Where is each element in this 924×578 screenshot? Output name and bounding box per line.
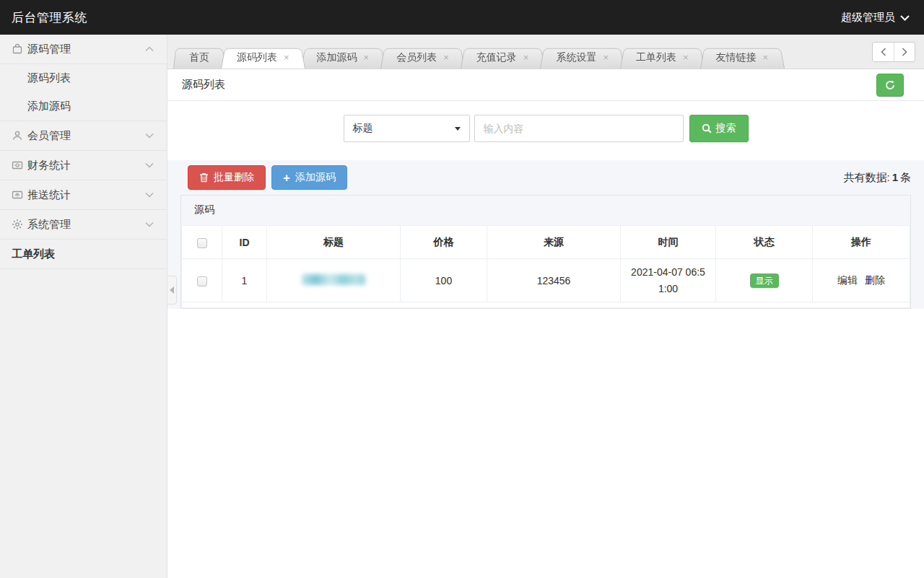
column-header-status: 状态 — [716, 226, 813, 259]
search-button-label: 搜索 — [716, 122, 736, 135]
refresh-icon — [884, 79, 896, 91]
tab-scroll-left-button[interactable] — [873, 43, 894, 61]
search-section: 标题 搜索 — [167, 101, 924, 160]
sidebar-subitem-label: 添加源码 — [27, 100, 71, 113]
close-icon[interactable]: × — [523, 53, 529, 62]
sidebar-item-system-mgmt[interactable]: 系统管理 — [0, 210, 167, 240]
search-button[interactable]: 搜索 — [689, 115, 749, 142]
record-count-suffix: 条 — [900, 171, 911, 183]
sidebar-collapse-handle[interactable] — [167, 276, 177, 305]
bag-icon — [12, 43, 27, 55]
main-content: 首页 源码列表 × 添加源码 × 会员列表 × 充值记录 × — [167, 35, 924, 578]
close-icon[interactable]: × — [763, 53, 769, 62]
row-actions: 编辑 删除 — [837, 274, 885, 287]
chevron-down-icon — [145, 133, 154, 139]
sidebar-subitem-add-source[interactable]: 添加源码 — [0, 92, 167, 121]
column-header-actions: 操作 — [813, 226, 910, 259]
add-source-button[interactable]: + 添加源码 — [271, 165, 347, 190]
sidebar-item-label: 会员管理 — [27, 129, 145, 143]
sidebar-item-label: 财务统计 — [27, 159, 145, 172]
user-menu[interactable]: 超级管理员 — [841, 11, 910, 25]
refresh-button[interactable] — [876, 74, 904, 97]
sidebar-item-label: 源码管理 — [27, 43, 145, 56]
add-source-label: 添加源码 — [295, 171, 336, 184]
chevron-down-icon — [900, 14, 910, 21]
column-header-price: 价格 — [401, 226, 487, 259]
page-title: 源码列表 — [182, 78, 225, 92]
user-name: 超级管理员 — [841, 11, 895, 25]
search-field-select[interactable]: 标题 — [344, 115, 470, 142]
source-table: ID 标题 价格 来源 时间 状态 操作 1 — [181, 225, 910, 308]
gear-icon — [12, 219, 27, 230]
header-checkbox-cell — [182, 226, 222, 259]
sidebar-item-label: 推送统计 — [27, 188, 145, 202]
batch-delete-label: 批量删除 — [214, 171, 254, 184]
sidebar-item-work-orders[interactable]: 工单列表 — [0, 240, 167, 269]
tab-label: 首页 — [189, 51, 209, 64]
sidebar-item-push-stats[interactable]: 推送统计 — [0, 180, 167, 210]
sidebar-subitem-label: 源码列表 — [27, 71, 71, 85]
search-input[interactable] — [474, 115, 684, 142]
tabs: 首页 源码列表 × 添加源码 × 会员列表 × 充值记录 × — [173, 35, 865, 69]
table-row: 1 100 123456 2021-04-07 06:51:00 显示 编辑 删… — [182, 259, 910, 302]
delete-link[interactable]: 删除 — [865, 274, 885, 287]
tab-add-source[interactable]: 添加源码 × — [301, 46, 385, 69]
trash-icon — [199, 172, 209, 183]
select-all-checkbox[interactable] — [197, 238, 207, 248]
content-empty-area — [167, 309, 924, 578]
table-toolbar: 批量删除 + 添加源码 共有数据:1条 — [180, 160, 911, 195]
search-field-selected: 标题 — [353, 122, 373, 135]
tab-source-list[interactable]: 源码列表 × — [221, 46, 305, 69]
status-badge[interactable]: 显示 — [750, 273, 779, 288]
edit-link[interactable]: 编辑 — [837, 274, 858, 287]
cell-source: 123456 — [487, 259, 621, 302]
column-header-id: ID — [222, 226, 267, 259]
sidebar-subitem-source-list[interactable]: 源码列表 — [0, 64, 167, 92]
cell-id: 1 — [222, 259, 267, 302]
triangle-left-icon — [170, 286, 174, 294]
tab-home[interactable]: 首页 — [173, 46, 225, 69]
record-count: 共有数据:1条 — [843, 171, 911, 185]
top-header: 后台管理系统 超级管理员 — [0, 0, 924, 35]
cell-title-blurred[interactable] — [302, 274, 365, 285]
page-title-bar: 源码列表 — [167, 69, 924, 101]
tab-recharge-records[interactable]: 充值记录 × — [461, 46, 545, 69]
sidebar-item-finance-stats[interactable]: 财务统计 — [0, 151, 167, 180]
select-caret-icon — [455, 127, 461, 131]
source-panel: 源码 ID 标题 价格 来源 时间 状态 — [180, 195, 911, 309]
tab-links[interactable]: 友情链接 × — [700, 46, 785, 69]
sidebar: 源码管理 源码列表 添加源码 会员管理 — [0, 35, 167, 578]
column-header-time: 时间 — [621, 226, 716, 259]
record-count-prefix: 共有数据: — [843, 171, 889, 183]
sidebar-item-member-mgmt[interactable]: 会员管理 — [0, 121, 167, 151]
chevron-down-icon — [145, 192, 154, 198]
tab-label: 源码列表 — [237, 51, 277, 64]
tab-member-list[interactable]: 会员列表 × — [380, 46, 465, 69]
tab-label: 充值记录 — [476, 51, 517, 64]
panel-title: 源码 — [181, 196, 910, 225]
tab-scroll-nav — [872, 42, 915, 62]
record-count-value: 1 — [892, 171, 898, 183]
finance-icon — [12, 159, 27, 171]
app-title: 后台管理系统 — [12, 9, 87, 26]
sidebar-submenu-source: 源码列表 添加源码 — [0, 64, 167, 121]
tab-label: 系统设置 — [556, 51, 596, 64]
close-icon[interactable]: × — [443, 53, 449, 62]
close-icon[interactable]: × — [284, 53, 289, 62]
chevron-down-icon — [145, 162, 154, 168]
tab-strip: 首页 源码列表 × 添加源码 × 会员列表 × 充值记录 × — [167, 35, 924, 69]
close-icon[interactable]: × — [603, 53, 609, 62]
tab-system-settings[interactable]: 系统设置 × — [540, 46, 624, 69]
plus-icon: + — [283, 172, 290, 184]
row-checkbox[interactable] — [197, 276, 207, 286]
batch-delete-button[interactable]: 批量删除 — [188, 165, 266, 190]
tab-scroll-right-button[interactable] — [894, 43, 915, 61]
grid-section: 批量删除 + 添加源码 共有数据:1条 源码 — [167, 160, 924, 309]
sidebar-item-source-mgmt[interactable]: 源码管理 — [0, 35, 167, 64]
tab-label: 会员列表 — [396, 51, 437, 64]
cell-price: 100 — [401, 259, 487, 302]
close-icon[interactable]: × — [364, 53, 370, 62]
cell-time: 2021-04-07 06:51:00 — [621, 259, 716, 302]
tab-work-orders[interactable]: 工单列表 × — [620, 46, 705, 69]
close-icon[interactable]: × — [683, 53, 689, 62]
